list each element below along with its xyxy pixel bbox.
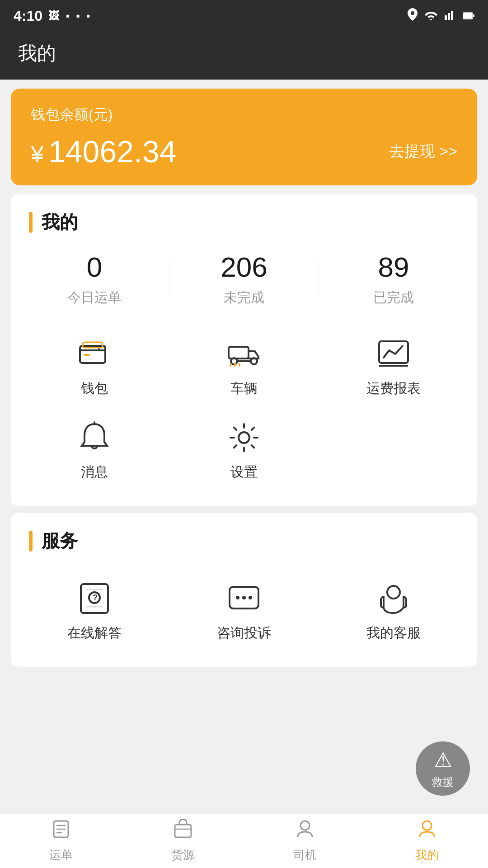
orders-icon: [51, 819, 71, 844]
settings-menu-item[interactable]: 设置: [169, 409, 319, 492]
my-section-card: 我的 0 今日运单 206 未完成 89 已完成: [11, 194, 477, 506]
cargo-icon: [173, 819, 193, 844]
stat-today-orders[interactable]: 0 今日运单: [20, 251, 169, 307]
page-title: 我的: [18, 41, 470, 66]
bell-icon: [76, 420, 113, 456]
battery-icon: [463, 9, 474, 23]
service-section-bar: [29, 531, 33, 552]
nav-cargo[interactable]: 货源: [122, 819, 244, 863]
svg-point-30: [387, 586, 400, 599]
svg-rect-2: [451, 11, 453, 20]
wallet-label: 钱包余额(元): [31, 105, 457, 125]
wifi-icon: [425, 9, 437, 23]
svg-rect-5: [473, 14, 474, 17]
svg-point-20: [239, 432, 249, 443]
stat-complete-label: 已完成: [373, 288, 414, 307]
stat-incomplete-label: 未完成: [224, 288, 264, 307]
support-icon: [375, 580, 412, 617]
message-menu-item[interactable]: 消息: [20, 409, 169, 492]
svg-rect-35: [175, 825, 191, 837]
rescue-label: 救援: [432, 775, 454, 789]
wallet-value: 14062.34: [48, 134, 177, 169]
complaint-menu-item[interactable]: 咨询投诉: [169, 570, 319, 653]
freight-report-label: 运费报表: [366, 379, 421, 398]
rescue-icon: ⚠: [434, 748, 452, 772]
bottom-nav: 运单 货源 司机 我的: [0, 814, 488, 868]
svg-point-38: [422, 821, 432, 830]
wallet-bottom: ¥14062.34 去提现 >>: [31, 134, 457, 169]
driver-icon: [295, 819, 315, 844]
nav-mine-label: 我的: [415, 847, 439, 863]
svg-rect-1: [448, 13, 450, 20]
settings-icon: [226, 420, 262, 456]
wallet-menu-item[interactable]: 钱包: [20, 325, 169, 409]
support-menu-label: 我的客服: [366, 624, 421, 642]
svg-rect-0: [445, 15, 447, 20]
wallet-card[interactable]: 钱包余额(元) ¥14062.34 去提现 >>: [11, 89, 477, 185]
svg-point-28: [242, 596, 246, 599]
my-section-title: 我的: [42, 210, 78, 235]
square-icon-1: ▪: [66, 9, 70, 22]
withdraw-button[interactable]: 去提现 >>: [389, 141, 457, 162]
nav-driver-label: 司机: [293, 847, 317, 863]
service-icon-grid: ? 在线解答 咨询投诉: [11, 570, 477, 653]
stats-row: 0 今日运单 206 未完成 89 已完成: [11, 251, 477, 307]
svg-rect-9: [229, 347, 249, 359]
status-left: 4:10 🖼 ▪ ▪ ▪: [14, 8, 90, 24]
nav-mine[interactable]: 我的: [366, 819, 488, 863]
service-section-title: 服务: [42, 528, 78, 553]
svg-rect-4: [463, 13, 472, 19]
svg-point-37: [300, 821, 310, 830]
status-right: [408, 8, 474, 24]
stat-incomplete-number: 206: [221, 251, 267, 283]
support-menu-item[interactable]: 我的客服: [319, 570, 468, 653]
vehicle-menu-label: 车辆: [230, 379, 258, 398]
mine-icon: [417, 819, 437, 844]
faq-menu-item[interactable]: ? 在线解答: [20, 570, 169, 653]
nav-orders-label: 运单: [49, 847, 73, 863]
stat-incomplete[interactable]: 206 未完成: [169, 251, 319, 307]
svg-point-27: [236, 596, 239, 599]
currency-symbol: ¥: [31, 141, 44, 167]
chart-icon: [375, 336, 412, 372]
signal-icon: [445, 9, 455, 23]
service-section-card: 服务 ? 在线解答: [11, 513, 477, 667]
stat-today-number: 0: [87, 251, 102, 283]
wallet-amount: ¥14062.34: [31, 134, 177, 169]
freight-report-menu-item[interactable]: 运费报表: [319, 325, 468, 409]
square-icon-2: ▪: [76, 9, 80, 22]
section-bar: [29, 212, 33, 233]
stat-complete-number: 89: [378, 251, 409, 283]
rescue-button[interactable]: ⚠ 救援: [416, 741, 470, 796]
my-icon-grid: 钱包 车辆: [11, 325, 477, 492]
nav-driver[interactable]: 司机: [244, 819, 366, 863]
photo-icon: 🖼: [49, 9, 60, 22]
faq-menu-label: 在线解答: [67, 624, 122, 642]
service-section-header: 服务: [11, 528, 477, 553]
wallet-menu-label: 钱包: [81, 379, 108, 398]
nav-cargo-label: 货源: [171, 847, 195, 863]
nav-orders[interactable]: 运单: [0, 819, 122, 863]
settings-menu-label: 设置: [230, 463, 258, 481]
status-bar: 4:10 🖼 ▪ ▪ ▪: [0, 0, 488, 32]
svg-text:?: ?: [93, 593, 98, 602]
complaint-icon: [226, 580, 262, 617]
page-header: 我的: [0, 32, 488, 80]
my-section-header: 我的: [11, 210, 477, 235]
svg-point-29: [249, 596, 252, 599]
vehicle-menu-item[interactable]: 车辆: [169, 325, 319, 409]
status-time: 4:10: [14, 8, 42, 24]
faq-icon: ?: [76, 580, 113, 617]
location-icon: [408, 8, 418, 24]
complaint-menu-label: 咨询投诉: [217, 624, 271, 642]
wallet-icon: [76, 336, 113, 372]
square-icon-3: ▪: [86, 9, 90, 22]
truck-icon: [226, 336, 262, 372]
message-menu-label: 消息: [81, 463, 108, 481]
stat-complete[interactable]: 89 已完成: [319, 251, 468, 307]
stat-today-label: 今日运单: [67, 288, 122, 307]
